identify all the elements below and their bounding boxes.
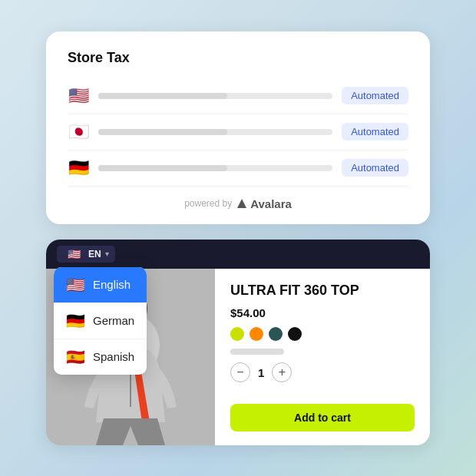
color-swatches xyxy=(230,327,415,341)
us-flag-option-icon: 🇺🇸 xyxy=(66,276,85,294)
jp-flag-icon: 🇯🇵 xyxy=(68,122,89,142)
tax-row-us: 🇺🇸 Automated xyxy=(68,78,408,114)
swatch-dark-teal[interactable] xyxy=(269,327,283,341)
lang-label-english: English xyxy=(93,278,131,291)
automated-badge-de: Automated xyxy=(342,159,408,177)
tax-row-jp: 🇯🇵 Automated xyxy=(68,114,408,150)
tax-row-de: 🇩🇪 Automated xyxy=(68,150,408,187)
avalara-name: Avalara xyxy=(250,197,292,210)
swatch-yellow[interactable] xyxy=(230,327,244,341)
selected-lang-flag-icon: 🇺🇸 xyxy=(63,248,84,260)
svg-marker-0 xyxy=(237,199,246,208)
language-dropdown: 🇺🇸 English 🇩🇪 German 🇪🇸 Spanish xyxy=(54,267,147,375)
automated-badge-jp: Automated xyxy=(342,123,408,140)
lang-option-german[interactable]: 🇩🇪 German xyxy=(54,303,147,339)
de-flag-icon: 🇩🇪 xyxy=(68,158,89,178)
lang-option-spanish[interactable]: 🇪🇸 Spanish xyxy=(54,339,147,375)
store-widget-card: 🇺🇸 EN ▾ 🇺🇸 English 🇩🇪 German 🇪🇸 Spanish xyxy=(46,240,430,445)
avalara-logo: Avalara xyxy=(236,197,292,210)
powered-by-section: powered by Avalara xyxy=(68,197,408,210)
us-flag-icon: 🇺🇸 xyxy=(68,86,89,106)
de-flag-option-icon: 🇩🇪 xyxy=(66,312,85,330)
es-flag-option-icon: 🇪🇸 xyxy=(66,348,85,366)
lang-option-english[interactable]: 🇺🇸 English xyxy=(54,267,147,303)
tax-bar-us xyxy=(98,93,332,99)
powered-by-label: powered by xyxy=(184,198,232,209)
quantity-increase-button[interactable]: + xyxy=(272,362,292,382)
widget-header: 🇺🇸 EN ▾ 🇺🇸 English 🇩🇪 German 🇪🇸 Spanish xyxy=(46,240,430,269)
widget-product-details: ULTRA FIT 360 TOP $54.00 − 1 + Add to ca… xyxy=(215,269,430,445)
tax-bar-jp xyxy=(98,129,332,135)
lang-label-german: German xyxy=(93,314,134,327)
selected-lang-code: EN xyxy=(88,249,101,259)
avalara-logo-icon xyxy=(236,197,248,210)
language-selector[interactable]: 🇺🇸 EN ▾ xyxy=(57,246,115,263)
lang-label-spanish: Spanish xyxy=(93,350,134,363)
swatch-orange[interactable] xyxy=(250,327,263,341)
quantity-selector: − 1 + xyxy=(230,362,415,382)
chevron-down-icon: ▾ xyxy=(105,250,109,258)
product-price: $54.00 xyxy=(230,306,415,319)
store-tax-card: Store Tax 🇺🇸 Automated 🇯🇵 Automated 🇩🇪 A… xyxy=(46,31,430,224)
add-to-cart-button[interactable]: Add to cart xyxy=(230,404,415,431)
store-tax-title: Store Tax xyxy=(68,50,408,66)
product-name: ULTRA FIT 360 TOP xyxy=(230,283,415,299)
size-selector-bar xyxy=(230,349,284,355)
swatch-black[interactable] xyxy=(288,327,302,341)
quantity-decrease-button[interactable]: − xyxy=(230,362,250,382)
tax-bar-de xyxy=(98,165,332,171)
automated-badge-us: Automated xyxy=(342,87,408,104)
quantity-value: 1 xyxy=(258,366,264,379)
